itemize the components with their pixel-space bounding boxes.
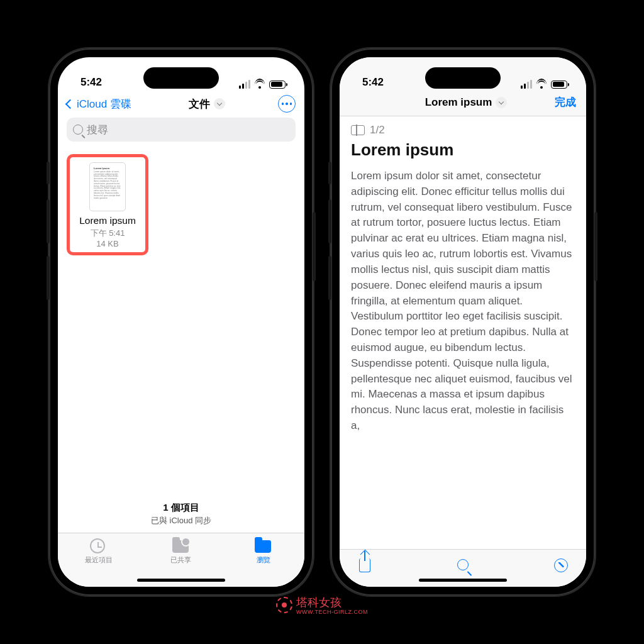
watermark-logo-icon [276, 597, 292, 613]
file-item[interactable]: Lorem ipsum Lorem ipsum dolor sit amet, … [67, 154, 148, 255]
ellipsis-icon [282, 103, 292, 105]
wifi-icon [254, 80, 265, 89]
sync-status: 已與 iCloud 同步 [58, 515, 304, 526]
file-thumbnail: Lorem ipsum Lorem ipsum dolor sit amet, … [89, 162, 126, 211]
clock-icon [90, 538, 105, 553]
done-button[interactable]: 完成 [555, 95, 576, 109]
watermark-name: 塔科女孩 [296, 595, 368, 610]
file-time: 下午 5:41 [72, 228, 143, 239]
status-time: 5:42 [80, 76, 102, 89]
file-size: 14 KB [72, 239, 143, 248]
battery-icon [269, 80, 286, 89]
pages-icon[interactable] [351, 125, 365, 135]
file-name: Lorem ipsum [72, 215, 143, 226]
nav-bar: Lorem ipsum 完成 [340, 91, 586, 116]
chevron-left-icon [65, 99, 75, 109]
page-indicator-row: 1/2 [340, 116, 586, 138]
cellular-icon [239, 80, 250, 89]
search-icon [73, 125, 83, 135]
share-icon [359, 558, 370, 572]
nav-bar: iCloud 雲碟 文件 [58, 91, 304, 118]
markup-button[interactable] [553, 558, 569, 574]
page-indicator: 1/2 [370, 124, 385, 136]
document-heading: Lorem ipsum [340, 138, 586, 169]
more-button[interactable] [278, 95, 296, 113]
search-icon [457, 559, 469, 570]
footer-info: 1 個項目 已與 iCloud 同步 [58, 497, 304, 533]
home-indicator[interactable] [419, 579, 507, 582]
dynamic-island [425, 67, 501, 89]
watermark-sub: WWW.TECH-GIRLZ.COM [296, 609, 368, 615]
nav-title[interactable]: Lorem ipsum [425, 96, 508, 109]
nav-title[interactable]: 文件 [189, 97, 225, 111]
tab-recent[interactable]: 最近項目 [70, 538, 127, 565]
shared-folder-icon [172, 540, 189, 553]
search-button[interactable] [455, 558, 470, 574]
chevron-down-icon [214, 98, 225, 109]
battery-icon [551, 80, 567, 89]
pencil-icon [554, 558, 568, 572]
back-label: iCloud 雲碟 [77, 97, 131, 111]
dynamic-island [143, 67, 219, 89]
folder-icon [255, 540, 271, 553]
tab-shared[interactable]: 已共享 [153, 538, 209, 565]
status-time: 5:42 [362, 76, 384, 89]
search-input[interactable]: 搜尋 [67, 118, 296, 142]
watermark: 塔科女孩 WWW.TECH-GIRLZ.COM [276, 595, 368, 615]
back-button[interactable]: iCloud 雲碟 [67, 97, 136, 111]
chevron-down-icon [496, 97, 507, 108]
phone-right: 5:42 Lorem ipsum 完成 1/2 Lorem ip [331, 48, 595, 596]
wifi-icon [536, 80, 547, 89]
item-count: 1 個項目 [58, 502, 304, 514]
search-placeholder: 搜尋 [87, 123, 108, 137]
share-button[interactable] [357, 558, 372, 574]
tab-browse[interactable]: 瀏覽 [235, 538, 292, 565]
files-grid: Lorem ipsum Lorem ipsum dolor sit amet, … [58, 148, 304, 497]
document-body[interactable]: Lorem ipsum dolor sit amet, consectetur … [340, 169, 586, 549]
home-indicator[interactable] [137, 579, 225, 582]
cellular-icon [521, 80, 532, 89]
phone-left: 5:42 iCloud 雲碟 文件 [49, 48, 313, 596]
